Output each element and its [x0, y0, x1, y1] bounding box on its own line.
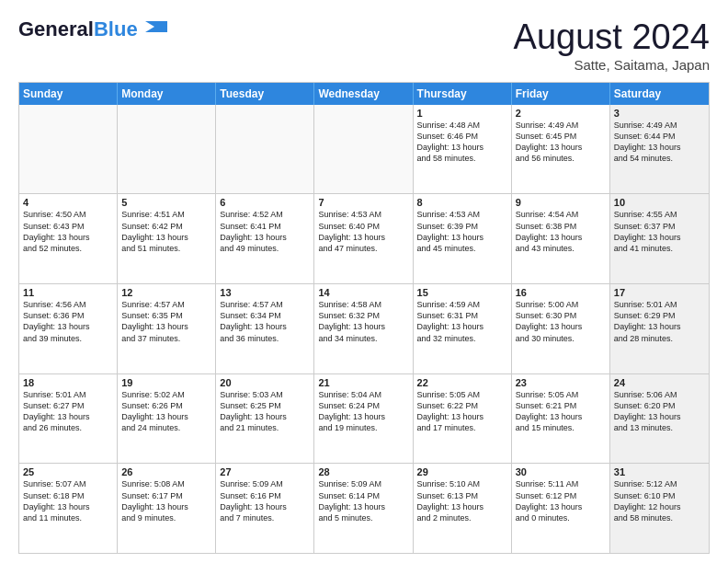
cell-details: Sunrise: 5:10 AM Sunset: 6:13 PM Dayligh…: [417, 478, 507, 523]
calendar-row: 4Sunrise: 4:50 AM Sunset: 6:43 PM Daylig…: [19, 193, 709, 283]
calendar-cell: [118, 105, 216, 194]
calendar-cell: 2Sunrise: 4:49 AM Sunset: 6:45 PM Daylig…: [512, 105, 610, 194]
day-number: 9: [516, 197, 606, 208]
day-number: 18: [23, 377, 113, 388]
cell-details: Sunrise: 4:48 AM Sunset: 6:46 PM Dayligh…: [417, 120, 507, 165]
day-number: 1: [417, 108, 507, 119]
cell-details: Sunrise: 4:57 AM Sunset: 6:34 PM Dayligh…: [220, 299, 310, 344]
calendar-cell: 3Sunrise: 4:49 AM Sunset: 6:44 PM Daylig…: [610, 105, 709, 194]
calendar-cell: 13Sunrise: 4:57 AM Sunset: 6:34 PM Dayli…: [216, 284, 314, 373]
day-number: 19: [121, 377, 211, 388]
cell-details: Sunrise: 5:08 AM Sunset: 6:17 PM Dayligh…: [121, 478, 211, 523]
logo-icon: [138, 19, 167, 40]
day-number: 6: [220, 197, 310, 208]
weekday-header-friday: Friday: [512, 83, 610, 105]
day-number: 27: [220, 466, 310, 477]
calendar-cell: 11Sunrise: 4:56 AM Sunset: 6:36 PM Dayli…: [19, 284, 118, 373]
day-number: 30: [516, 466, 606, 477]
cell-details: Sunrise: 5:09 AM Sunset: 6:14 PM Dayligh…: [318, 478, 408, 523]
day-number: 2: [516, 108, 606, 119]
calendar-cell: 22Sunrise: 5:05 AM Sunset: 6:22 PM Dayli…: [414, 374, 512, 464]
calendar-cell: 24Sunrise: 5:06 AM Sunset: 6:20 PM Dayli…: [610, 374, 709, 464]
calendar-cell: 20Sunrise: 5:03 AM Sunset: 6:25 PM Dayli…: [216, 374, 314, 464]
calendar-cell: 30Sunrise: 5:11 AM Sunset: 6:12 PM Dayli…: [512, 464, 610, 553]
day-number: 7: [318, 197, 408, 208]
cell-details: Sunrise: 5:09 AM Sunset: 6:16 PM Dayligh…: [220, 478, 310, 523]
cell-details: Sunrise: 5:07 AM Sunset: 6:18 PM Dayligh…: [23, 478, 113, 523]
calendar-header: SundayMondayTuesdayWednesdayThursdayFrid…: [19, 83, 709, 105]
cell-details: Sunrise: 4:49 AM Sunset: 6:45 PM Dayligh…: [516, 120, 606, 165]
day-number: 13: [220, 287, 310, 298]
calendar-cell: 31Sunrise: 5:12 AM Sunset: 6:10 PM Dayli…: [610, 464, 709, 553]
day-number: 25: [23, 466, 113, 477]
cell-details: Sunrise: 4:51 AM Sunset: 6:42 PM Dayligh…: [121, 209, 211, 254]
calendar-row: 18Sunrise: 5:01 AM Sunset: 6:27 PM Dayli…: [19, 373, 709, 464]
calendar: SundayMondayTuesdayWednesdayThursdayFrid…: [18, 82, 710, 554]
calendar-cell: 14Sunrise: 4:58 AM Sunset: 6:32 PM Dayli…: [314, 284, 413, 373]
calendar-cell: 27Sunrise: 5:09 AM Sunset: 6:16 PM Dayli…: [216, 464, 314, 553]
calendar-cell: [216, 105, 314, 194]
day-number: 5: [121, 197, 211, 208]
title-block: August 2024 Satte, Saitama, Japan: [514, 18, 710, 73]
calendar-row: 11Sunrise: 4:56 AM Sunset: 6:36 PM Dayli…: [19, 283, 709, 373]
calendar-cell: 4Sunrise: 4:50 AM Sunset: 6:43 PM Daylig…: [19, 194, 118, 283]
day-number: 21: [318, 377, 408, 388]
cell-details: Sunrise: 5:11 AM Sunset: 6:12 PM Dayligh…: [516, 478, 606, 523]
day-number: 28: [318, 466, 408, 477]
cell-details: Sunrise: 5:12 AM Sunset: 6:10 PM Dayligh…: [614, 478, 705, 523]
calendar-row: 1Sunrise: 4:48 AM Sunset: 6:46 PM Daylig…: [19, 105, 709, 194]
calendar-row: 25Sunrise: 5:07 AM Sunset: 6:18 PM Dayli…: [19, 463, 709, 553]
calendar-cell: 18Sunrise: 5:01 AM Sunset: 6:27 PM Dayli…: [19, 374, 118, 464]
cell-details: Sunrise: 4:58 AM Sunset: 6:32 PM Dayligh…: [318, 299, 408, 344]
calendar-cell: 26Sunrise: 5:08 AM Sunset: 6:17 PM Dayli…: [118, 464, 216, 553]
cell-details: Sunrise: 5:02 AM Sunset: 6:26 PM Dayligh…: [121, 389, 211, 434]
calendar-cell: 25Sunrise: 5:07 AM Sunset: 6:18 PM Dayli…: [19, 464, 118, 553]
day-number: 11: [23, 287, 113, 298]
day-number: 4: [23, 197, 113, 208]
day-number: 8: [417, 197, 507, 208]
cell-details: Sunrise: 4:54 AM Sunset: 6:38 PM Dayligh…: [516, 209, 606, 254]
calendar-cell: [19, 105, 118, 194]
calendar-cell: 29Sunrise: 5:10 AM Sunset: 6:13 PM Dayli…: [414, 464, 512, 553]
cell-details: Sunrise: 4:49 AM Sunset: 6:44 PM Dayligh…: [614, 120, 705, 165]
day-number: 20: [220, 377, 310, 388]
weekday-header-thursday: Thursday: [414, 83, 512, 105]
calendar-cell: 6Sunrise: 4:52 AM Sunset: 6:41 PM Daylig…: [216, 194, 314, 283]
svg-marker-0: [145, 21, 167, 32]
calendar-body: 1Sunrise: 4:48 AM Sunset: 6:46 PM Daylig…: [19, 105, 709, 553]
day-number: 24: [614, 377, 705, 388]
calendar-cell: 23Sunrise: 5:05 AM Sunset: 6:21 PM Dayli…: [512, 374, 610, 464]
calendar-cell: 16Sunrise: 5:00 AM Sunset: 6:30 PM Dayli…: [512, 284, 610, 373]
calendar-cell: 28Sunrise: 5:09 AM Sunset: 6:14 PM Dayli…: [314, 464, 413, 553]
calendar-cell: 15Sunrise: 4:59 AM Sunset: 6:31 PM Dayli…: [414, 284, 512, 373]
cell-details: Sunrise: 4:53 AM Sunset: 6:40 PM Dayligh…: [318, 209, 408, 254]
cell-details: Sunrise: 5:05 AM Sunset: 6:22 PM Dayligh…: [417, 389, 507, 434]
cell-details: Sunrise: 5:01 AM Sunset: 6:27 PM Dayligh…: [23, 389, 113, 434]
calendar-cell: 12Sunrise: 4:57 AM Sunset: 6:35 PM Dayli…: [118, 284, 216, 373]
weekday-header-saturday: Saturday: [610, 83, 709, 105]
cell-details: Sunrise: 4:50 AM Sunset: 6:43 PM Dayligh…: [23, 209, 113, 254]
day-number: 16: [516, 287, 606, 298]
calendar-cell: 9Sunrise: 4:54 AM Sunset: 6:38 PM Daylig…: [512, 194, 610, 283]
calendar-cell: 19Sunrise: 5:02 AM Sunset: 6:26 PM Dayli…: [118, 374, 216, 464]
calendar-cell: 7Sunrise: 4:53 AM Sunset: 6:40 PM Daylig…: [314, 194, 413, 283]
calendar-cell: [314, 105, 413, 194]
cell-details: Sunrise: 4:53 AM Sunset: 6:39 PM Dayligh…: [417, 209, 507, 254]
day-number: 29: [417, 466, 507, 477]
logo-text: GeneralBlue: [18, 18, 138, 40]
page: GeneralBlue August 2024 Satte, Saitama, …: [0, 0, 728, 563]
day-number: 12: [121, 287, 211, 298]
day-number: 17: [614, 287, 705, 298]
calendar-cell: 17Sunrise: 5:01 AM Sunset: 6:29 PM Dayli…: [610, 284, 709, 373]
calendar-cell: 5Sunrise: 4:51 AM Sunset: 6:42 PM Daylig…: [118, 194, 216, 283]
weekday-header-wednesday: Wednesday: [314, 83, 413, 105]
weekday-header-tuesday: Tuesday: [216, 83, 314, 105]
cell-details: Sunrise: 4:57 AM Sunset: 6:35 PM Dayligh…: [121, 299, 211, 344]
day-number: 31: [614, 466, 705, 477]
day-number: 26: [121, 466, 211, 477]
cell-details: Sunrise: 5:06 AM Sunset: 6:20 PM Dayligh…: [614, 389, 705, 434]
calendar-cell: 1Sunrise: 4:48 AM Sunset: 6:46 PM Daylig…: [414, 105, 512, 194]
day-number: 22: [417, 377, 507, 388]
cell-details: Sunrise: 4:52 AM Sunset: 6:41 PM Dayligh…: [220, 209, 310, 254]
weekday-header-monday: Monday: [118, 83, 216, 105]
